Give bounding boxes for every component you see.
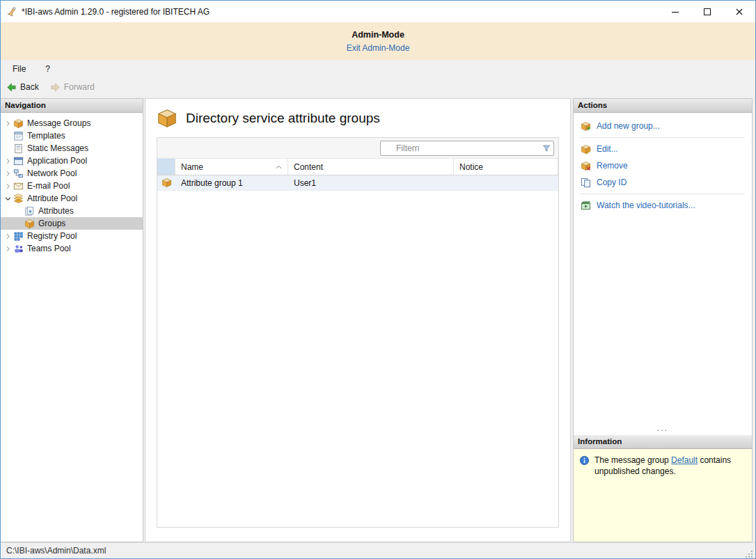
actions-overflow[interactable]: ... xyxy=(574,423,752,435)
close-button[interactable] xyxy=(723,1,755,22)
information-panel: The message group Default contains unpub… xyxy=(574,449,752,542)
action-copy-id[interactable]: Copy ID xyxy=(581,174,745,191)
information-header: Information xyxy=(574,435,752,449)
nav-item-label: Registry Pool xyxy=(27,231,77,241)
attributes-icon xyxy=(24,206,35,216)
package-edit-icon xyxy=(581,144,591,155)
groups-table-container: NameContentNotice Attribute group 1User1 xyxy=(157,137,559,528)
back-button[interactable]: Back xyxy=(6,82,39,93)
chevron-down-icon[interactable] xyxy=(2,194,13,203)
menu-bar: File ? xyxy=(1,60,755,78)
row-icon-cell xyxy=(157,178,175,188)
action-add-new-group[interactable]: Add new group... xyxy=(581,118,745,134)
action-label: Remove xyxy=(597,161,628,171)
nav-item-label: E-mail Pool xyxy=(27,181,70,191)
nav-item-network-pool[interactable]: Network Pool xyxy=(1,167,143,180)
column-header-name[interactable]: Name xyxy=(175,159,288,175)
info-text-before: The message group xyxy=(594,455,671,465)
registry-icon xyxy=(13,231,24,242)
status-bar: C:\IBI-aws\Admin\Data.xml xyxy=(1,542,755,558)
chevron-right-icon[interactable] xyxy=(2,169,13,178)
menu-help[interactable]: ? xyxy=(40,62,55,76)
attribute-pool-icon xyxy=(13,194,24,204)
nav-item-message-groups[interactable]: Message Groups xyxy=(1,117,143,129)
nav-item-attribute-pool[interactable]: Attribute Pool xyxy=(1,192,143,205)
attribute-group-icon xyxy=(162,178,172,188)
window-title: *IBI-aws Admin 1.29.0 - registered for I… xyxy=(22,7,210,17)
chevron-right-icon[interactable] xyxy=(2,157,13,166)
default-group-link[interactable]: Default xyxy=(671,455,698,465)
back-arrow-icon xyxy=(6,82,17,93)
nav-item-groups[interactable]: Groups xyxy=(1,217,143,230)
resize-grip-icon[interactable] xyxy=(744,549,753,558)
template-icon xyxy=(13,131,24,141)
window-controls xyxy=(659,1,755,22)
forward-button[interactable]: Forward xyxy=(50,82,95,93)
cell-name: Attribute group 1 xyxy=(175,178,288,188)
action-watch-the-video-tutorials[interactable]: Watch the video-tutorials... xyxy=(581,197,745,214)
filter-row xyxy=(157,138,558,159)
filter-input[interactable] xyxy=(380,141,554,156)
teams-icon xyxy=(13,244,24,254)
message-groups-icon xyxy=(13,118,24,129)
column-header-icon[interactable] xyxy=(157,159,175,175)
application-icon xyxy=(13,156,24,166)
action-label: Copy ID xyxy=(597,178,627,187)
nav-item-label: Attributes xyxy=(38,206,74,216)
nav-item-label: Application Pool xyxy=(27,156,87,166)
nav-item-templates[interactable]: Templates xyxy=(1,129,143,142)
action-label: Add new group... xyxy=(597,121,660,131)
chevron-right-icon[interactable] xyxy=(2,182,13,191)
nav-toolbar: Back Forward xyxy=(1,78,755,96)
nav-item-application-pool[interactable]: Application Pool xyxy=(1,155,143,167)
action-label: Watch the video-tutorials... xyxy=(597,200,695,210)
nav-item-label: Static Messages xyxy=(27,143,88,153)
page-title: Directory service attribute groups xyxy=(186,111,380,126)
close-icon xyxy=(736,8,743,15)
nav-item-registry-pool[interactable]: Registry Pool xyxy=(1,230,143,242)
chevron-right-icon[interactable] xyxy=(2,232,13,241)
copy-icon xyxy=(581,178,591,188)
right-panel: Actions Add new group...Edit...RemoveCop… xyxy=(573,98,753,542)
nav-item-label: Groups xyxy=(38,219,65,228)
filter-funnel-icon[interactable] xyxy=(542,143,551,153)
exit-admin-mode-link[interactable]: Exit Admin-Mode xyxy=(347,43,410,53)
action-remove[interactable]: Remove xyxy=(581,157,745,174)
column-header-content[interactable]: Content xyxy=(288,159,454,175)
filter-box xyxy=(380,141,554,156)
action-edit[interactable]: Edit... xyxy=(581,141,745,157)
chevron-right-icon[interactable] xyxy=(2,244,13,253)
admin-mode-banner: Admin-Mode Exit Admin-Mode xyxy=(1,22,755,60)
chevron-right-icon[interactable] xyxy=(2,119,13,128)
nav-item-label: Teams Pool xyxy=(27,244,71,253)
table-row[interactable]: Attribute group 1User1 xyxy=(157,175,558,191)
column-label: Notice xyxy=(459,162,483,172)
groups-icon xyxy=(24,219,35,229)
nav-item-attributes[interactable]: Attributes xyxy=(1,205,143,217)
app-window: *IBI-aws Admin 1.29.0 - registered for I… xyxy=(0,0,756,559)
minimize-button[interactable] xyxy=(659,1,691,22)
back-label: Back xyxy=(20,82,39,92)
nav-item-label: Network Pool xyxy=(27,168,77,178)
column-label: Name xyxy=(181,162,203,172)
maximize-icon xyxy=(704,8,711,15)
admin-mode-title: Admin-Mode xyxy=(352,30,404,40)
column-header-notice[interactable]: Notice xyxy=(454,159,558,175)
main-panel: Directory service attribute groups NameC… xyxy=(145,98,571,542)
static-messages-icon xyxy=(13,143,24,154)
forward-label: Forward xyxy=(64,82,95,92)
package-add-icon xyxy=(581,121,591,132)
email-icon xyxy=(13,181,24,191)
nav-item-e-mail-pool[interactable]: E-mail Pool xyxy=(1,180,143,192)
nav-item-teams-pool[interactable]: Teams Pool xyxy=(1,242,143,255)
actions-list: Add new group...Edit...RemoveCopy IDWatc… xyxy=(574,113,752,423)
nav-item-static-messages[interactable]: Static Messages xyxy=(1,142,143,155)
maximize-button[interactable] xyxy=(691,1,723,22)
minimize-icon xyxy=(672,8,679,15)
cell-content: User1 xyxy=(288,178,454,188)
menu-file[interactable]: File xyxy=(8,62,31,76)
action-divider xyxy=(581,194,745,194)
content-area: Navigation Message GroupsTemplatesStatic… xyxy=(1,96,755,542)
package-remove-icon xyxy=(581,161,591,171)
attribute-groups-icon xyxy=(157,108,178,129)
